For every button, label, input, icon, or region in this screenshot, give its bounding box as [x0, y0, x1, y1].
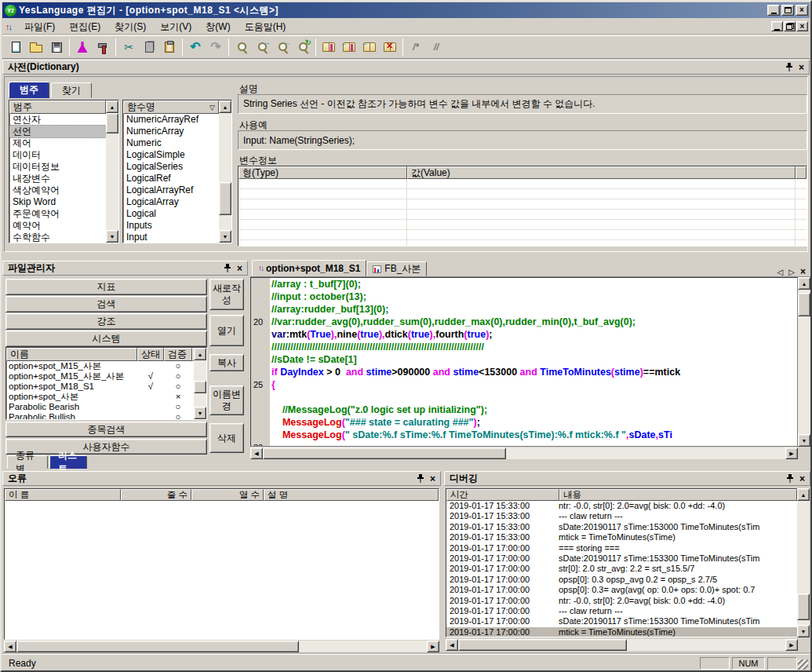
open-file-button[interactable] — [26, 38, 46, 57]
editor-tab-option-spot[interactable]: ↑↓ option+spot_M18_S1 — [252, 260, 366, 276]
scroll-down-icon[interactable]: ▼ — [106, 230, 118, 243]
errors-hscrollbar[interactable]: ◀ ▶ — [4, 641, 439, 652]
function-item[interactable]: Logical — [123, 208, 231, 220]
table-row[interactable]: Parabolic Bearish○ — [6, 402, 206, 412]
scroll-right-icon[interactable]: ▶ — [785, 447, 798, 459]
block-comment-button[interactable]: /* — [406, 38, 426, 57]
category-item[interactable]: 주문예약어 — [9, 208, 118, 220]
scroll-up-icon[interactable]: ▲ — [106, 100, 118, 113]
symbol-search-button[interactable]: 종목검색 — [5, 422, 207, 437]
debug-hscrollbar[interactable]: ◀ ▶ — [446, 639, 798, 651]
scroll-up-icon[interactable]: ▲ — [798, 277, 810, 290]
function-item[interactable]: Input — [123, 232, 231, 243]
category-list-header[interactable]: 범주 — [9, 100, 106, 114]
table-row[interactable]: option+spot_M15_사본○ — [6, 361, 206, 371]
log-row[interactable]: 2019-01-17 15:33:00--- claw return --- — [446, 511, 797, 521]
title-bar[interactable]: Y2 YesLanguage 편집기 - [option+spot_M18_S1… — [2, 2, 810, 18]
mdi-close-button[interactable]: × — [796, 21, 808, 31]
scroll-up-icon[interactable]: ▲ — [797, 488, 810, 501]
code-line[interactable] — [251, 391, 797, 404]
scroll-left-icon[interactable]: ◀ — [4, 641, 16, 652]
category-indicator-button[interactable]: 지표 — [5, 279, 207, 295]
pin-icon[interactable] — [417, 474, 424, 483]
code-line[interactable]: ////////////////////////////////////////… — [251, 341, 797, 353]
close-button[interactable]: × — [796, 5, 808, 16]
cut-button[interactable]: ✂ — [118, 38, 139, 57]
log-row[interactable]: 2019-01-17 15:33:00mtick = TimeToMinutes… — [446, 532, 797, 542]
category-item[interactable]: 데이터정보 — [9, 161, 118, 173]
category-item[interactable]: 제어 — [9, 137, 118, 149]
close-icon[interactable]: × — [800, 267, 806, 276]
code-line[interactable]: MessageLog("### state = calurating ###")… — [251, 416, 797, 429]
category-item[interactable]: 수학함수 — [9, 232, 118, 243]
log-row[interactable]: 2019-01-17 17:00:00opsp[0]: 0.3= avg(avg… — [446, 585, 797, 595]
function-item[interactable]: LogicalSeries — [123, 161, 231, 173]
pin-icon[interactable] — [786, 63, 792, 71]
category-item[interactable]: 연산자 — [9, 114, 118, 126]
delete-button[interactable]: 삭제 — [209, 423, 244, 453]
tab-prev-icon[interactable]: ◁ — [777, 268, 784, 276]
log-row[interactable]: 2019-01-17 17:00:00 sDate:20190117 sTime… — [446, 616, 797, 626]
log-row[interactable]: 2019-01-17 17:00:00=== storing === — [446, 543, 797, 553]
file-list-col-0[interactable]: 이름 — [6, 348, 137, 361]
code-area[interactable]: //array : t_buf[7](0);//input : october(… — [250, 277, 798, 447]
rename-button[interactable]: 이름변경 — [209, 385, 244, 415]
function-item[interactable]: LogicalSimple — [123, 149, 231, 161]
tab-list[interactable]: 리스트 — [49, 455, 87, 469]
verify-button[interactable] — [72, 38, 93, 57]
menu-edit[interactable]: 편집(E) — [62, 20, 107, 34]
log-row[interactable]: 2019-01-17 15:33:00ntr: -0.0, str[0]: 2.… — [446, 501, 797, 511]
debug-col-content[interactable]: 내용 — [559, 489, 797, 501]
search-button[interactable] — [231, 38, 252, 57]
log-row[interactable]: 2019-01-17 17:00:00str[0]: 2.0 str_avg: … — [446, 564, 797, 574]
find-next-button[interactable]: → — [252, 38, 272, 57]
editor-vscrollbar[interactable]: ▲ ▼ — [798, 277, 810, 447]
file-list-col-1[interactable]: 상태 — [137, 348, 164, 361]
editor-hscrollbar[interactable]: ◀ ▶ — [250, 447, 798, 459]
file-list-scrollbar[interactable]: ▲ ▼ — [194, 348, 206, 419]
new-file-button[interactable]: 새로작성 — [209, 279, 244, 310]
code-line[interactable]: //array : t_buf[7](0); — [251, 278, 797, 290]
category-item[interactable]: 선언 — [9, 126, 118, 137]
table-row[interactable]: option+spot_M15_사본_사본√○ — [6, 371, 206, 382]
category-item[interactable]: 내장변수 — [9, 173, 118, 184]
category-system-button[interactable]: 시스템 — [5, 331, 207, 347]
category-item[interactable]: 색상예약어 — [9, 184, 118, 196]
category-item[interactable]: Skip Word — [9, 196, 118, 208]
tab-search[interactable]: 찾기 — [51, 82, 92, 98]
function-list-header[interactable]: 함수명▽ — [123, 100, 219, 114]
editor-tab-fb[interactable]: FB_사본 — [366, 261, 427, 276]
scroll-up-icon[interactable]: ▲ — [194, 348, 206, 360]
undo-button[interactable]: ↶ — [185, 38, 206, 57]
scroll-left-icon[interactable]: ◀ — [446, 639, 458, 651]
code-line[interactable]: //array:rudder_buf[13](0); — [251, 303, 797, 316]
tab-by-type[interactable]: 종류별 — [7, 455, 48, 469]
errors-col-1[interactable]: 줄 수 — [121, 489, 191, 501]
function-item[interactable]: LogicalArrayRef — [123, 184, 231, 196]
pin-icon[interactable] — [787, 474, 793, 483]
log-row[interactable]: 2019-01-17 17:00:00opsp[0]: 0.3 opsp_avg… — [446, 575, 797, 585]
code-line[interactable]: 20//var:rudder_avg(0),rudder_sum(0),rudd… — [251, 316, 797, 328]
log-row[interactable]: 2019-01-17 17:00:00ntr: -0.0, str[0]: 2.… — [446, 596, 797, 606]
line-comment-button[interactable]: // — [426, 38, 446, 57]
menu-window[interactable]: 창(W) — [198, 20, 237, 34]
close-icon[interactable]: × — [799, 474, 805, 484]
function-item[interactable]: NumericArrayRef — [123, 114, 231, 126]
bookmark-next-button[interactable]: → — [359, 38, 380, 57]
redo-button[interactable]: ↷ — [206, 38, 226, 57]
bookmark-clear-button[interactable]: ✕ — [380, 38, 400, 57]
file-list-col-2[interactable]: 검증 — [164, 348, 192, 361]
resize-grip-icon[interactable] — [798, 659, 808, 670]
category-search-button[interactable]: 검색 — [5, 296, 207, 312]
code-line[interactable]: //MessageLog("z.0 logic set up initializ… — [251, 404, 797, 416]
scroll-down-icon[interactable]: ▼ — [797, 625, 810, 637]
minimize-button[interactable] — [767, 5, 780, 16]
log-row[interactable]: 2019-01-17 17:00:00mtick = TimeToMinutes… — [446, 627, 797, 637]
tab-next-icon[interactable]: ▷ — [788, 268, 795, 276]
log-row[interactable]: 2019-01-17 15:33:00 sDate:20190117 sTime… — [446, 522, 797, 532]
scroll-up-icon[interactable]: ▲ — [219, 100, 231, 113]
scroll-right-icon[interactable]: ▶ — [785, 639, 798, 651]
code-line[interactable]: var:mtk(True),nine(true),dtick(true),fou… — [251, 328, 797, 341]
debug-col-time[interactable]: 시간 — [446, 489, 559, 501]
bookmark-prev-button[interactable]: ← — [339, 38, 359, 57]
